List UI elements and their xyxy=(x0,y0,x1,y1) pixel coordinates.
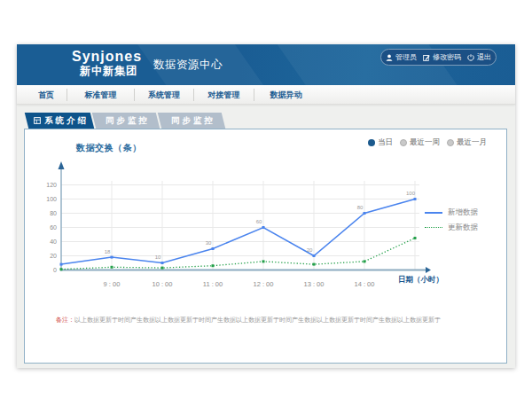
logout-label: 退出 xyxy=(477,52,491,62)
y-axis-arrow xyxy=(59,161,65,169)
tab-3[interactable]: 同步监控 xyxy=(158,113,225,129)
nav-item-4[interactable]: 对接管理 xyxy=(194,89,254,101)
svg-text:30: 30 xyxy=(206,240,212,246)
nav-item-1[interactable]: 首页 xyxy=(26,89,67,101)
brand-logo: Synjones 新中新集团 xyxy=(72,50,142,77)
svg-text:18: 18 xyxy=(105,249,111,254)
svg-text:100: 100 xyxy=(406,191,416,196)
user-menu[interactable]: 管理员 xyxy=(386,52,417,62)
svg-text:9 : 00: 9 : 00 xyxy=(104,280,121,288)
tab-label: 系统介绍 xyxy=(44,113,89,129)
logout-icon xyxy=(467,54,474,61)
brand-logo-cn: 新中新集团 xyxy=(80,66,142,77)
x-axis-arrow xyxy=(426,267,431,273)
change-password-button[interactable]: 修改密码 xyxy=(423,52,461,62)
edit-icon xyxy=(423,54,430,61)
legend-label: 新增数据 xyxy=(448,207,478,218)
footnote-text: 以上数据更新于时间产生数据以上数据更新于时间产生数据以上数据更新于时间产生数据以… xyxy=(74,317,441,323)
nav-item-3[interactable]: 系统管理 xyxy=(135,89,194,101)
app-title: 数据资源中心 xyxy=(153,58,223,73)
svg-text:13 : 00: 13 : 00 xyxy=(304,280,325,288)
svg-text:40: 40 xyxy=(50,239,57,245)
content-panel: 当日最近一周最近一月 数据交换（条） 0204060801001209 : 00… xyxy=(24,129,507,364)
app-window: Synjones 新中新集团 数据资源中心 管理员 修改密码 退出 首页标准管理… xyxy=(17,44,515,368)
tab-2[interactable]: 同步监控 xyxy=(92,113,160,129)
svg-text:120: 120 xyxy=(46,182,57,188)
svg-text:12 : 00: 12 : 00 xyxy=(254,280,274,288)
legend-line-sample xyxy=(425,227,442,228)
brand-logo-en: Synjones xyxy=(72,50,142,64)
svg-text:100: 100 xyxy=(46,196,57,202)
svg-text:20: 20 xyxy=(307,247,313,253)
tab-label: 同步监控 xyxy=(106,113,150,129)
legend-item-2: 更新数据 xyxy=(425,220,478,235)
nav-item-2[interactable]: 标准管理 xyxy=(67,89,135,101)
legend-line-sample xyxy=(425,212,442,214)
tab-icon xyxy=(34,117,41,124)
logout-button[interactable]: 退出 xyxy=(467,52,491,62)
legend-item-1: 新增数据 xyxy=(425,205,478,220)
svg-text:14 : 00: 14 : 00 xyxy=(355,280,375,288)
tab-bar: 系统介绍同步监控同步监控 xyxy=(27,113,223,129)
svg-text:80: 80 xyxy=(50,210,57,216)
user-name: 管理员 xyxy=(395,52,417,62)
user-bar: 管理员 修改密码 退出 xyxy=(380,49,497,66)
change-password-label: 修改密码 xyxy=(433,52,461,62)
svg-text:10 : 00: 10 : 00 xyxy=(153,280,173,288)
svg-text:11 : 00: 11 : 00 xyxy=(203,280,223,288)
tab-label: 同步监控 xyxy=(171,113,215,129)
line-chart: 0204060801001209 : 0010 : 0011 : 0012 : … xyxy=(25,129,508,364)
svg-text:80: 80 xyxy=(357,205,364,210)
legend-label: 更新数据 xyxy=(448,223,478,233)
svg-text:0: 0 xyxy=(53,267,57,273)
footnote: 备注：以上数据更新于时间产生数据以上数据更新于时间产生数据以上数据更新于时间产生… xyxy=(56,316,441,325)
svg-text:10: 10 xyxy=(155,254,161,260)
main-nav: 首页标准管理系统管理对接管理数据异动 xyxy=(17,85,515,105)
footnote-prefix: 备注： xyxy=(56,317,74,323)
tab-1[interactable]: 系统介绍 xyxy=(25,113,94,129)
chart-legend: 新增数据更新数据 xyxy=(425,205,478,235)
user-icon xyxy=(386,54,393,61)
nav-item-5[interactable]: 数据异动 xyxy=(254,89,317,101)
chart-x-axis-title: 日期（小时） xyxy=(398,275,443,286)
svg-text:60: 60 xyxy=(256,219,262,224)
svg-text:60: 60 xyxy=(50,224,57,231)
svg-text:20: 20 xyxy=(50,253,57,259)
app-header: Synjones 新中新集团 数据资源中心 管理员 修改密码 退出 xyxy=(17,44,515,85)
